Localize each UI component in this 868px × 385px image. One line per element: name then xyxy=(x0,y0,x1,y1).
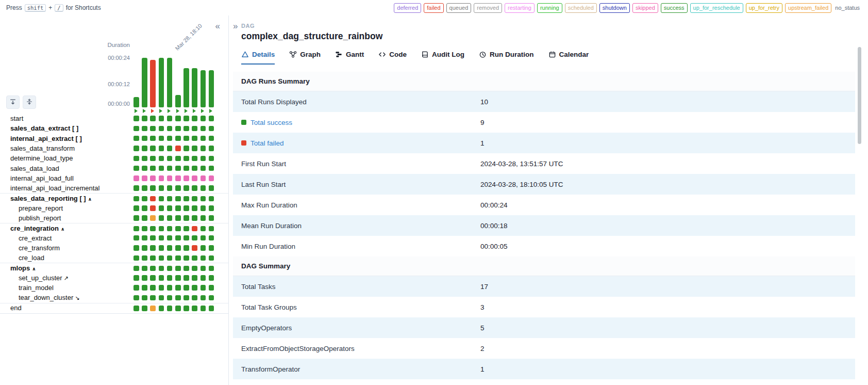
task-instance-cell[interactable] xyxy=(150,245,156,251)
task-instance-cell[interactable] xyxy=(201,196,206,202)
task-instance-cell[interactable] xyxy=(201,235,206,241)
task-instance-cell[interactable] xyxy=(150,306,156,311)
task-instance-cell[interactable] xyxy=(175,175,181,181)
task-instance-cell[interactable] xyxy=(133,306,139,311)
task-instance-cell[interactable] xyxy=(183,196,189,202)
task-label[interactable]: publish_report xyxy=(0,215,61,221)
task-instance-cell[interactable] xyxy=(150,166,156,171)
task-instance-cell[interactable] xyxy=(192,255,197,261)
task-instance-cell[interactable] xyxy=(167,196,173,202)
task-label[interactable]: tear_down_cluster ↘ xyxy=(0,294,80,301)
chevron-up-icon[interactable]: ∧ xyxy=(88,197,92,202)
run-duration-bar[interactable] xyxy=(159,58,164,107)
task-instance-cell[interactable] xyxy=(159,146,164,151)
task-instance-cell[interactable] xyxy=(159,196,164,202)
task-instance-cell[interactable] xyxy=(150,295,156,301)
task-instance-cell[interactable] xyxy=(133,255,139,261)
task-instance-cell[interactable] xyxy=(133,266,139,271)
task-instance-cell[interactable] xyxy=(142,306,147,311)
task-instance-cell[interactable] xyxy=(133,116,139,121)
task-instance-cell[interactable] xyxy=(209,255,214,261)
task-instance-cell[interactable] xyxy=(175,156,181,162)
task-instance-cell[interactable] xyxy=(192,166,197,171)
task-instance-cell[interactable] xyxy=(201,275,206,281)
task-instance-cell[interactable] xyxy=(142,166,147,171)
task-instance-cell[interactable] xyxy=(142,126,147,132)
row-total-success[interactable]: Total success xyxy=(241,119,480,126)
task-instance-cell[interactable] xyxy=(142,215,147,221)
chevron-up-icon[interactable]: ∧ xyxy=(32,266,36,271)
run-state-marker[interactable] xyxy=(201,109,204,113)
task-label[interactable]: start xyxy=(0,115,23,122)
run-duration-bar[interactable] xyxy=(201,70,206,107)
task-instance-cell[interactable] xyxy=(192,156,197,162)
task-instance-cell[interactable] xyxy=(209,126,214,132)
task-instance-cell[interactable] xyxy=(209,205,214,211)
task-instance-cell[interactable] xyxy=(201,245,206,251)
task-instance-cell[interactable] xyxy=(142,116,147,121)
task-instance-cell[interactable] xyxy=(150,185,156,191)
run-state-marker[interactable] xyxy=(143,109,146,113)
task-instance-cell[interactable] xyxy=(159,185,164,191)
task-instance-cell[interactable] xyxy=(183,215,189,221)
task-instance-cell[interactable] xyxy=(192,266,197,271)
scrollbar-thumb[interactable] xyxy=(858,47,861,144)
tab-run-duration[interactable]: Run Duration xyxy=(479,51,534,65)
task-instance-cell[interactable] xyxy=(142,255,147,261)
task-instance-cell[interactable] xyxy=(167,146,173,151)
task-instance-cell[interactable] xyxy=(150,275,156,281)
task-label[interactable]: cre_load xyxy=(0,254,44,261)
task-label[interactable]: cre_transform xyxy=(0,245,60,251)
task-instance-cell[interactable] xyxy=(192,245,197,251)
task-instance-cell[interactable] xyxy=(209,295,214,301)
tab-gantt[interactable]: Gantt xyxy=(335,51,364,65)
legend-badge-restarting[interactable]: restarting xyxy=(505,3,535,13)
task-instance-cell[interactable] xyxy=(175,166,181,171)
task-instance-cell[interactable] xyxy=(142,136,147,141)
task-instance-cell[interactable] xyxy=(201,185,206,191)
run-state-marker[interactable] xyxy=(135,109,138,113)
task-instance-cell[interactable] xyxy=(201,136,206,141)
task-instance-cell[interactable] xyxy=(201,295,206,301)
task-instance-cell[interactable] xyxy=(192,306,197,311)
task-instance-cell[interactable] xyxy=(167,185,173,191)
task-instance-cell[interactable] xyxy=(150,146,156,151)
task-instance-cell[interactable] xyxy=(133,196,139,202)
task-instance-cell[interactable] xyxy=(133,226,139,232)
task-instance-cell[interactable] xyxy=(159,295,164,301)
task-instance-cell[interactable] xyxy=(167,136,173,141)
task-instance-cell[interactable] xyxy=(150,196,156,202)
task-instance-cell[interactable] xyxy=(209,275,214,281)
legend-badge-up-for-retry[interactable]: up_for_retry xyxy=(746,3,782,13)
task-instance-cell[interactable] xyxy=(150,136,156,141)
task-instance-cell[interactable] xyxy=(167,295,173,301)
task-instance-cell[interactable] xyxy=(192,215,197,221)
task-instance-cell[interactable] xyxy=(175,196,181,202)
task-instance-cell[interactable] xyxy=(183,255,189,261)
legend-badge-skipped[interactable]: skipped xyxy=(632,3,658,13)
task-instance-cell[interactable] xyxy=(133,215,139,221)
task-instance-cell[interactable] xyxy=(142,295,147,301)
task-instance-cell[interactable] xyxy=(209,306,214,311)
run-state-marker[interactable] xyxy=(159,109,162,113)
task-label[interactable]: internal_api_extract [ ] xyxy=(0,135,82,142)
task-label[interactable]: sales_data_load xyxy=(0,165,59,172)
task-instance-cell[interactable] xyxy=(201,116,206,121)
task-instance-cell[interactable] xyxy=(192,146,197,151)
task-instance-cell[interactable] xyxy=(209,245,214,251)
task-instance-cell[interactable] xyxy=(192,205,197,211)
task-instance-cell[interactable] xyxy=(159,205,164,211)
task-instance-cell[interactable] xyxy=(159,215,164,221)
chevron-up-icon[interactable]: ∧ xyxy=(61,227,64,232)
task-label[interactable]: prepare_report xyxy=(0,205,63,212)
legend-badge-queued[interactable]: queued xyxy=(446,3,472,13)
task-instance-cell[interactable] xyxy=(159,266,164,271)
task-instance-cell[interactable] xyxy=(201,306,206,311)
legend-badge-scheduled[interactable]: scheduled xyxy=(565,3,597,13)
task-instance-cell[interactable] xyxy=(167,266,173,271)
task-instance-cell[interactable] xyxy=(183,166,189,171)
task-instance-cell[interactable] xyxy=(167,275,173,281)
task-label[interactable]: internal_api_load_full xyxy=(0,175,74,182)
task-instance-cell[interactable] xyxy=(192,136,197,141)
task-instance-cell[interactable] xyxy=(183,136,189,141)
